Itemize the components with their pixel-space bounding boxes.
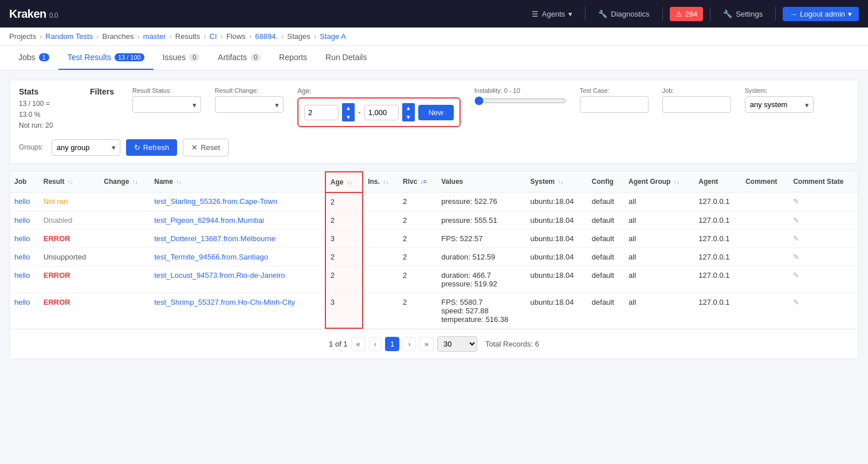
agents-button[interactable]: ☰ Agents ▾ [526, 6, 578, 22]
col-header-change[interactable]: Change ↑↓ [99, 172, 150, 192]
col-header-comment: Comment [741, 172, 788, 192]
age-filter-box: ▲ ▼ - ▲ ▼ New [297, 97, 461, 127]
col-header-system[interactable]: System ↑↓ [526, 172, 587, 192]
cell-ins [363, 211, 398, 229]
total-records: Total Records: 6 [485, 340, 539, 348]
cell-change [99, 192, 150, 211]
col-header-config: Config [587, 172, 624, 192]
diagnostics-icon: 🔧 [598, 10, 607, 18]
col-header-result[interactable]: Result ↑↓ [39, 172, 100, 192]
alert-icon: ⚠ [675, 10, 682, 18]
cell-comment-state: ✎ [788, 293, 858, 328]
reset-button[interactable]: ✕ Reset [183, 139, 229, 156]
cell-comment [741, 229, 788, 247]
cell-agent-group: all [624, 211, 694, 229]
cell-comment-state: ✎ [788, 229, 858, 247]
first-page-button[interactable]: « [351, 337, 366, 351]
header-divider-2 [662, 7, 663, 21]
result-status-select[interactable] [132, 96, 201, 113]
age-from-down-button[interactable]: ▼ [342, 112, 355, 121]
instability-filter: Instability: 0 - 10 [474, 87, 566, 105]
refresh-icon: ↻ [134, 143, 140, 152]
header-divider-3 [710, 7, 710, 21]
cell-system: ubuntu:18.04 [526, 229, 587, 247]
cell-age: 2 [325, 247, 363, 266]
cell-result: ERROR [39, 229, 100, 247]
age-to-input[interactable] [364, 105, 399, 120]
per-page-select[interactable]: 30 50 100 [437, 336, 477, 352]
tab-artifacts[interactable]: Artifacts 0 [209, 46, 270, 70]
cell-system: ubuntu:18.04 [526, 293, 587, 328]
test-case-input[interactable] [580, 96, 649, 113]
test-case-filter: Test Case: [580, 87, 649, 113]
cell-change [99, 293, 150, 328]
last-page-button[interactable]: » [419, 337, 434, 351]
job-filter: Job: [662, 87, 731, 113]
age-from-input[interactable] [304, 105, 339, 120]
breadcrumb: Projects › Random Tests › Branches › mas… [0, 27, 868, 46]
col-header-agent-group[interactable]: Agent Group ↑↓ [624, 172, 694, 192]
bc-flow-id[interactable]: 68894. [255, 32, 278, 41]
next-page-button[interactable]: › [403, 337, 415, 351]
cell-result: Disabled [39, 211, 100, 229]
page-1-button[interactable]: 1 [385, 337, 399, 351]
alert-button[interactable]: ⚠ 284 [670, 7, 704, 21]
cell-comment-state: ✎ [788, 192, 858, 211]
age-from-up-button[interactable]: ▲ [342, 103, 355, 112]
col-header-age[interactable]: Age ↑↓ [325, 172, 363, 192]
tab-test-results[interactable]: Test Results 13 / 100 [58, 46, 154, 70]
cell-comment-state: ✎ [788, 247, 858, 266]
prev-page-button[interactable]: ‹ [369, 337, 382, 351]
bc-stages: Stages [287, 32, 310, 41]
groups-select[interactable]: any group [52, 139, 120, 156]
new-button[interactable]: New [418, 105, 454, 120]
col-header-rlvc[interactable]: Rlvc ↓= [398, 172, 437, 192]
reset-icon: ✕ [191, 143, 198, 152]
tab-issues[interactable]: Issues 0 [154, 46, 209, 70]
logout-icon: → [790, 10, 797, 18]
table-row: hello ERROR test_Locust_94573.from.Rio-d… [10, 266, 858, 293]
results-table-wrap: Job Result ↑↓ Change ↑↓ Name ↑↓ Age ↑↓ I… [9, 171, 859, 359]
col-header-comment-state: Comment State [788, 172, 858, 192]
cell-comment-state: ✎ [788, 266, 858, 293]
settings-button[interactable]: 🔧 Settings [717, 6, 768, 22]
diagnostics-button[interactable]: 🔧 Diagnostics [592, 6, 655, 22]
system-select[interactable]: any system [745, 96, 814, 113]
age-to-up-button[interactable]: ▲ [402, 103, 415, 112]
bc-results: Results [175, 32, 200, 41]
job-input[interactable] [662, 96, 731, 113]
result-change-select[interactable] [215, 96, 284, 113]
cell-values: duration: 466.7pressure: 519.92 [437, 266, 525, 293]
age-to-down-button[interactable]: ▼ [402, 112, 415, 121]
refresh-button[interactable]: ↻ Refresh [126, 139, 178, 156]
filters-panel: Stats 13 / 100 = 13.0 % Not run: 20 Filt… [9, 80, 859, 164]
cell-result: ERROR [39, 266, 100, 293]
cell-system: ubuntu:18.04 [526, 247, 587, 266]
pagination: 1 of 1 « ‹ 1 › » 30 50 100 Total Records… [10, 329, 858, 359]
logout-button[interactable]: → Logout admin ▾ [783, 7, 859, 21]
cell-ins [363, 293, 398, 328]
cell-values: FPS: 522.57 [437, 229, 525, 247]
cell-comment-state: ✎ [788, 211, 858, 229]
cell-comment [741, 211, 788, 229]
bc-random-tests[interactable]: Random Tests [45, 32, 93, 41]
bc-master[interactable]: master [143, 32, 166, 41]
cell-values: FPS: 5580.7speed: 527.88temperature: 516… [437, 293, 525, 328]
filters-title: Filters [90, 87, 114, 96]
cell-name: test_Locust_94573.from.Rio-de-Janeiro [150, 266, 325, 293]
tab-run-details[interactable]: Run Details [316, 46, 376, 70]
cell-config: default [587, 247, 624, 266]
col-header-ins[interactable]: Ins. ↑↓ [363, 172, 398, 192]
col-header-name[interactable]: Name ↑↓ [150, 172, 325, 192]
bc-stage-a[interactable]: Stage A [320, 32, 346, 41]
instability-slider[interactable] [474, 96, 566, 105]
cell-job: hello [10, 293, 39, 328]
cell-agent-group: all [624, 247, 694, 266]
result-status-filter: Result Status: [132, 87, 201, 113]
tab-reports[interactable]: Reports [270, 46, 316, 70]
tab-jobs[interactable]: Jobs 1 [9, 46, 58, 70]
logout-chevron-icon: ▾ [848, 10, 852, 18]
bc-ci[interactable]: CI [210, 32, 217, 41]
cell-job: hello [10, 247, 39, 266]
cell-result: Unsupported [39, 247, 100, 266]
